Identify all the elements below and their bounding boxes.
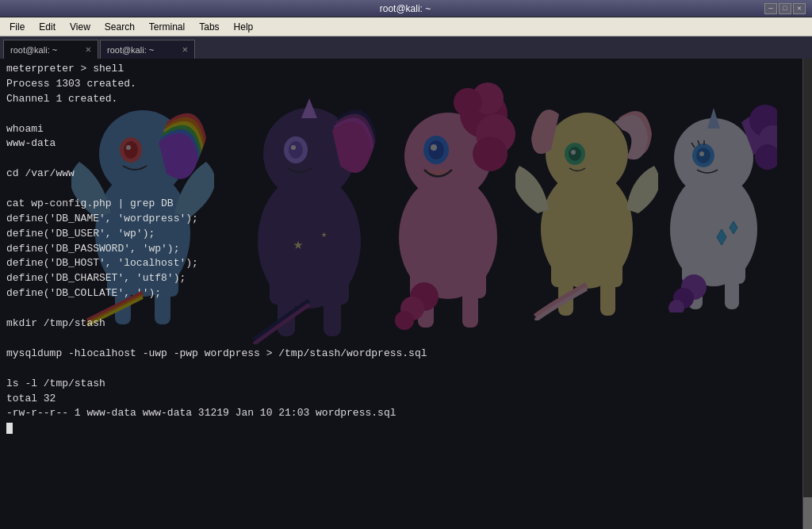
menu-file[interactable]: File: [3, 20, 31, 34]
tab-1[interactable]: root@kali: ~ ✕: [100, 40, 195, 59]
terminal-line: Channel 1 created.: [6, 92, 796, 107]
close-button[interactable]: ✕: [793, 3, 806, 14]
terminal-line: www-data: [6, 136, 796, 151]
terminal-line: [6, 362, 796, 377]
terminal-line: cd /var/www: [6, 167, 796, 182]
terminal-line: meterpreter > shell: [6, 62, 796, 77]
terminal-line: cat wp-config.php | grep DB: [6, 197, 796, 212]
menu-terminal[interactable]: Terminal: [143, 20, 191, 34]
terminal-line: [6, 301, 796, 316]
terminal-line: define('DB_USER', 'wp');: [6, 227, 796, 242]
terminal-line: define('DB_PASSWORD', 'wp');: [6, 242, 796, 257]
terminal-line: [6, 182, 796, 197]
tab-bar: root@kali: ~ ✕ root@kali: ~ ✕: [0, 36, 812, 59]
scrollbar[interactable]: [802, 59, 812, 529]
terminal-line: define('DB_COLLATE', '');: [6, 286, 796, 301]
menu-edit[interactable]: Edit: [33, 20, 62, 34]
terminal-line: [6, 107, 796, 122]
terminal-line: define('DB_NAME', 'wordpress');: [6, 212, 796, 227]
tab-0-close[interactable]: ✕: [86, 44, 91, 56]
terminal-line: define('DB_HOST', 'localhost');: [6, 256, 796, 271]
scrollbar-thumb[interactable]: [803, 497, 812, 529]
terminal-line: -rw-r--r-- 1 www-data www-data 31219 Jan…: [6, 406, 796, 421]
terminal-line: [6, 332, 796, 347]
window-controls: ─ □ ✕: [764, 3, 806, 14]
terminal-cursor-line: [6, 421, 796, 436]
menu-bar: File Edit View Search Terminal Tabs Help: [0, 17, 812, 36]
title-bar: root@kali: ~ ─ □ ✕: [0, 0, 812, 17]
tab-1-label: root@kali: ~: [107, 45, 178, 55]
terminal-line: mkdir /tmp/stash: [6, 316, 796, 332]
menu-search[interactable]: Search: [98, 20, 141, 34]
menu-view[interactable]: View: [63, 20, 97, 34]
tab-1-close[interactable]: ✕: [182, 44, 188, 56]
terminal-line: Process 1303 created.: [6, 77, 796, 92]
terminal-line: mysqldump -hlocalhost -uwp -pwp wordpres…: [6, 347, 796, 362]
terminal-output[interactable]: meterpreter > shellProcess 1303 created.…: [0, 59, 802, 529]
window-title: root@kali: ~: [46, 3, 764, 14]
menu-help[interactable]: Help: [228, 20, 260, 34]
minimize-button[interactable]: ─: [764, 3, 777, 14]
terminal-line: define('DB_CHARSET', 'utf8');: [6, 271, 796, 286]
maximize-button[interactable]: □: [779, 3, 791, 14]
terminal-line: whoami: [6, 122, 796, 137]
terminal-line: [6, 151, 796, 167]
menu-tabs[interactable]: Tabs: [193, 20, 225, 34]
tab-0-label: root@kali: ~: [10, 45, 81, 55]
terminal-area[interactable]: ★ ★: [0, 59, 812, 529]
terminal-line: ls -l /tmp/stash: [6, 377, 796, 392]
terminal-line: total 32: [6, 392, 796, 407]
tab-0[interactable]: root@kali: ~ ✕: [3, 40, 98, 59]
terminal-cursor: [6, 423, 13, 434]
